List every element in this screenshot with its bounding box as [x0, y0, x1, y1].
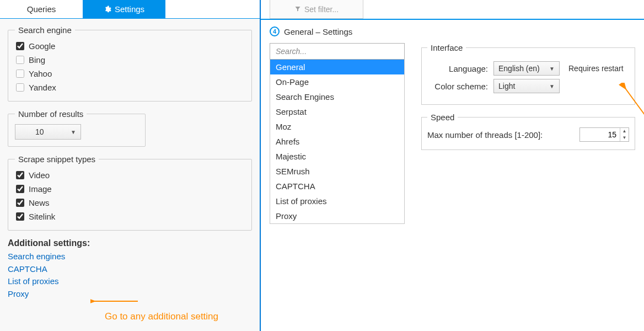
category-item-on-page[interactable]: On-Page — [270, 74, 404, 89]
category-item-search-engines[interactable]: Search Engines — [270, 89, 404, 104]
snippet-label[interactable]: Video — [29, 170, 50, 180]
snippet-checkbox-image[interactable] — [16, 185, 24, 193]
number-of-results-select[interactable]: 10 ▼ — [15, 124, 81, 140]
chevron-down-icon: ▼ — [71, 129, 76, 135]
engine-yahoo: Yahoo — [15, 67, 245, 81]
restart-hint: Requires restart — [568, 64, 624, 73]
additional-links: Search enginesCAPTCHAList of proxiesProx… — [8, 250, 252, 300]
category-item-semrush[interactable]: SEMrush — [270, 164, 404, 179]
tab-queries[interactable]: Queries — [0, 0, 83, 18]
engine-checkbox-bing[interactable] — [16, 56, 24, 64]
group-interface: Interface Language: English (en) ▼ Requi… — [421, 43, 635, 105]
snippet-checkbox-news[interactable] — [16, 199, 24, 207]
page-title-bar: 4 General – Settings — [261, 20, 644, 41]
category-item-moz[interactable]: Moz — [270, 119, 404, 134]
category-item-proxy[interactable]: Proxy — [270, 209, 404, 223]
filter-icon — [294, 5, 301, 14]
page-title: General – Settings — [284, 27, 352, 36]
color-scheme-label: Color scheme: — [427, 82, 488, 91]
snippet-checkbox-sitelink[interactable] — [16, 212, 24, 221]
additional-link-search-engines[interactable]: Search engines — [8, 250, 252, 263]
engine-checkbox-yahoo[interactable] — [16, 70, 24, 78]
snippet-video: Video — [15, 168, 245, 182]
snippet-news: News — [15, 196, 245, 210]
group-snippet-types: Scrape snippet types VideoImageNewsSitel… — [8, 154, 252, 231]
category-item-serpstat[interactable]: Serpstat — [270, 104, 404, 119]
category-item-list-of-proxies[interactable]: List of proxies — [270, 194, 404, 209]
right-toolbar: Set filter... — [261, 0, 644, 19]
engine-bing: Bing — [15, 53, 245, 67]
group-legend: Speed — [427, 113, 458, 122]
language-select[interactable]: English (en) ▼ — [493, 61, 560, 76]
settings-panel-body: Search engine GoogleBingYahooYandex Numb… — [0, 19, 260, 307]
settings-form: Interface Language: English (en) ▼ Requi… — [421, 43, 635, 158]
engine-label[interactable]: Bing — [29, 55, 45, 65]
group-speed: Speed Max number of threads [1-200]: ▲ ▼ — [421, 113, 635, 150]
additional-link-list-of-proxies[interactable]: List of proxies — [8, 275, 252, 288]
category-item-general[interactable]: General — [270, 60, 404, 74]
right-panel: Set filter... 4 General – Settings Gener… — [261, 0, 644, 331]
snippet-label[interactable]: News — [29, 198, 50, 207]
snippet-image: Image — [15, 182, 245, 196]
category-search-input[interactable] — [270, 43, 405, 60]
category-item-ahrefs[interactable]: Ahrefs — [270, 134, 404, 149]
left-panel: Queries Settings Search engine GoogleBin… — [0, 0, 261, 331]
group-search-engine: Search engine GoogleBingYahooYandex — [8, 25, 252, 102]
language-label: Language: — [427, 64, 488, 73]
engine-label[interactable]: Google — [29, 41, 55, 51]
group-legend: Interface — [427, 43, 466, 52]
set-filter-button[interactable]: Set filter... — [270, 0, 363, 19]
color-scheme-select[interactable]: Light ▼ — [493, 79, 560, 93]
snippet-sitelink: Sitelink — [15, 210, 245, 223]
gear-icon — [104, 6, 111, 13]
annotation-left: Go to any additional setting — [105, 311, 218, 322]
tab-settings[interactable]: Settings — [83, 0, 165, 18]
annotation-arrow-right — [614, 83, 644, 193]
additional-settings-heading: Additional settings: — [8, 238, 252, 248]
group-legend: Number of results — [15, 109, 87, 119]
chevron-down-icon: ▼ — [549, 83, 555, 89]
group-number-of-results: Number of results 10 ▼ — [8, 109, 146, 147]
threads-label: Max number of threads [1-200]: — [427, 130, 543, 140]
chevron-down-icon: ▼ — [549, 66, 555, 72]
category-sidebar: GeneralOn-PageSearch EnginesSerpstatMozA… — [270, 43, 405, 224]
engine-checkbox-google[interactable] — [16, 42, 24, 50]
category-item-captcha[interactable]: CAPTCHA — [270, 179, 404, 194]
app-logo-icon: 4 — [270, 26, 280, 36]
category-item-majestic[interactable]: Majestic — [270, 149, 404, 164]
snippet-label[interactable]: Image — [29, 184, 52, 194]
left-tabs: Queries Settings — [0, 0, 260, 19]
engine-label[interactable]: Yahoo — [29, 69, 52, 78]
engine-checkbox-yandex[interactable] — [16, 83, 24, 92]
group-legend: Scrape snippet types — [15, 154, 99, 164]
snippet-label[interactable]: Sitelink — [29, 212, 55, 221]
engine-label[interactable]: Yandex — [29, 83, 56, 92]
additional-link-captcha[interactable]: CAPTCHA — [8, 263, 252, 276]
engine-google: Google — [15, 39, 245, 53]
snippet-checkbox-video[interactable] — [16, 171, 24, 179]
engine-yandex: Yandex — [15, 81, 245, 94]
group-legend: Search engine — [15, 25, 75, 35]
annotation-arrow-left — [90, 296, 140, 307]
